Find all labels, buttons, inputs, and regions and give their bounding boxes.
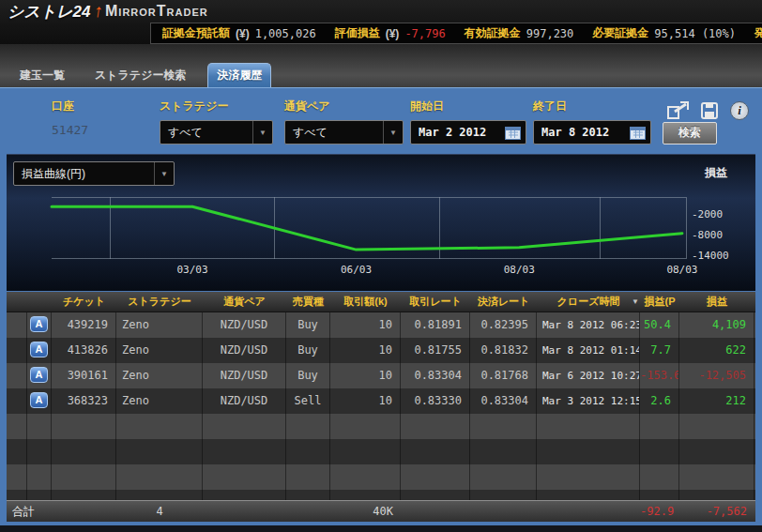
strategy-a-icon[interactable]: A: [30, 316, 48, 332]
strategy-cell: Zeno: [116, 363, 203, 388]
x-tick-label: 06/03: [341, 264, 372, 276]
side-cell: Sell: [286, 388, 330, 414]
empty-cell: [203, 439, 286, 464]
close-time-cell: Mar 3 2012 12:15: [537, 388, 640, 414]
pl-yen-cell: 4,109: [679, 312, 754, 338]
close-rate-cell: 0.82395: [470, 312, 537, 338]
empty-cell: [52, 414, 116, 439]
currency-pair-cell: NZD/USD: [203, 338, 286, 363]
account-number: 51427: [52, 123, 88, 137]
table-header-row: チケットストラテジー通貨ペア売買種取引額(k)取引レート決済レートクローズ時間▼…: [7, 292, 755, 312]
close-time-cell: Mar 6 2012 10:27: [537, 363, 640, 388]
totals-amount: 40K: [330, 501, 401, 522]
account-metric: 評価損益(¥)-7,796: [335, 25, 446, 41]
end-date-input[interactable]: Mar 8 2012: [533, 120, 651, 144]
y-tick-label: -8000: [692, 229, 723, 241]
x-tick-label: 03/03: [177, 264, 208, 276]
side-cell: Buy: [286, 338, 330, 363]
table-row[interactable]: A439219ZenoNZD/USDBuy100.818910.82395Mar…: [7, 312, 755, 338]
column-header-amount[interactable]: 取引額(k): [330, 292, 401, 312]
currency-pair-cell: NZD/USD: [203, 312, 286, 338]
empty-cell: [116, 439, 203, 464]
tab-bar: 建玉一覧ストラテジー検索決済履歴: [11, 63, 284, 87]
empty-table-row: [7, 439, 755, 464]
column-header-close-time[interactable]: クローズ時間▼: [537, 292, 640, 312]
totals-row: 合計440K-92.9-7,562: [7, 500, 755, 522]
account-bar: 証拠金預託額(¥)1,005,026評価損益(¥)-7,796有効証拠金997,…: [150, 23, 762, 44]
chevron-down-icon: ▼: [154, 162, 174, 185]
empty-cell: [203, 464, 286, 490]
export-icon[interactable]: [666, 101, 692, 124]
empty-cell: [470, 439, 537, 464]
account-metric-value: 997,230: [526, 27, 574, 40]
totals-spacer: [401, 501, 470, 522]
strategy-label: ストラテジー: [160, 99, 228, 114]
currency-symbol: (¥): [236, 27, 250, 40]
profit-curve-chart: 03/0306/0308/0308/03 -2000-8000-14000: [52, 197, 686, 259]
profit-curve-line: [52, 206, 682, 250]
close-rate-cell: 0.83304: [470, 388, 537, 414]
pair-label: 通貨ペア: [284, 99, 330, 114]
column-header-close-rate[interactable]: 決済レート: [470, 292, 537, 312]
open-rate-cell: 0.81755: [401, 338, 470, 363]
start-date-label: 開始日: [410, 99, 444, 114]
tab-strategy-search[interactable]: ストラテジー検索: [86, 64, 194, 87]
empty-cell: [116, 414, 203, 439]
empty-cell: [537, 464, 640, 490]
strategy-a-icon[interactable]: A: [30, 342, 48, 357]
table-row[interactable]: A368323ZenoNZD/USDSell100.833300.83304Ma…: [7, 388, 755, 414]
column-header-side[interactable]: 売買種: [286, 292, 330, 312]
side-cell: Buy: [286, 312, 330, 338]
empty-cell: [640, 414, 679, 439]
pl-pips-cell: 7.7: [640, 338, 679, 363]
calendar-icon[interactable]: [630, 126, 646, 140]
start-date-input[interactable]: Mar 2 2012: [410, 120, 526, 144]
chart-type-select[interactable]: 損益曲線(円) ▼: [13, 161, 175, 186]
currency-pair-select[interactable]: すべて ▼: [284, 120, 404, 144]
table-body: A439219ZenoNZD/USDBuy100.818910.82395Mar…: [7, 312, 755, 414]
tab-trade-history[interactable]: 決済履歴: [207, 63, 271, 87]
totals-spacer: [203, 501, 286, 522]
strategy-select[interactable]: すべて ▼: [160, 120, 273, 144]
column-header-ticket[interactable]: チケット: [52, 292, 116, 312]
empty-cell: [330, 464, 401, 490]
pl-pips-cell: 50.4: [640, 312, 679, 338]
empty-cell: [470, 464, 537, 490]
table-row[interactable]: A390161ZenoNZD/USDBuy100.833040.81768Mar…: [7, 363, 755, 388]
save-icon[interactable]: [700, 101, 719, 124]
logo-text-jp: シストレ24: [8, 1, 91, 23]
search-button[interactable]: 検索: [663, 122, 717, 144]
row-gutter-cell: [7, 312, 27, 338]
empty-cell: [679, 414, 754, 439]
empty-cell: [640, 464, 679, 490]
empty-rows-area: [7, 414, 755, 501]
account-metric-label: 証拠金預託額: [162, 25, 230, 41]
strategy-cell: Zeno: [116, 312, 203, 338]
empty-cell: [330, 439, 401, 464]
tab-open-positions[interactable]: 建玉一覧: [11, 64, 73, 87]
strategy-cell: Zeno: [116, 388, 203, 414]
strategy-cell: Zeno: [116, 338, 203, 363]
sort-descending-icon[interactable]: ▼: [632, 292, 639, 312]
strategy-a-icon[interactable]: A: [30, 367, 48, 383]
account-metric-label: 必要証拠金: [592, 25, 648, 41]
empty-table-row: [7, 414, 755, 439]
column-header-currency-pair[interactable]: 通貨ペア: [203, 292, 286, 312]
up-arrow-icon: ↑: [92, 1, 104, 22]
account-metric: 有効証拠金997,230: [465, 25, 574, 41]
column-header-strategy[interactable]: ストラテジー: [116, 292, 203, 312]
info-icon[interactable]: i: [730, 101, 749, 120]
column-header-pl-pips[interactable]: 損益(P: [640, 292, 679, 312]
close-time-cell: Mar 8 2012 01:14: [537, 338, 640, 363]
row-icon-cell: A: [27, 312, 52, 338]
column-header-open-rate[interactable]: 取引レート: [401, 292, 470, 312]
strategy-a-icon[interactable]: A: [30, 392, 48, 408]
end-date-label: 終了日: [533, 99, 567, 114]
account-metric-value: -7,796: [404, 27, 445, 40]
table-row[interactable]: A413826ZenoNZD/USDBuy100.817550.81832Mar…: [7, 338, 755, 363]
column-header-pl-yen[interactable]: 損益: [679, 292, 754, 312]
account-metric: 証拠金預託額(¥)1,005,026: [162, 25, 316, 41]
totals-spacer: [286, 501, 330, 522]
calendar-icon[interactable]: [505, 126, 521, 140]
close-time-cell: Mar 8 2012 06:23: [537, 312, 640, 338]
